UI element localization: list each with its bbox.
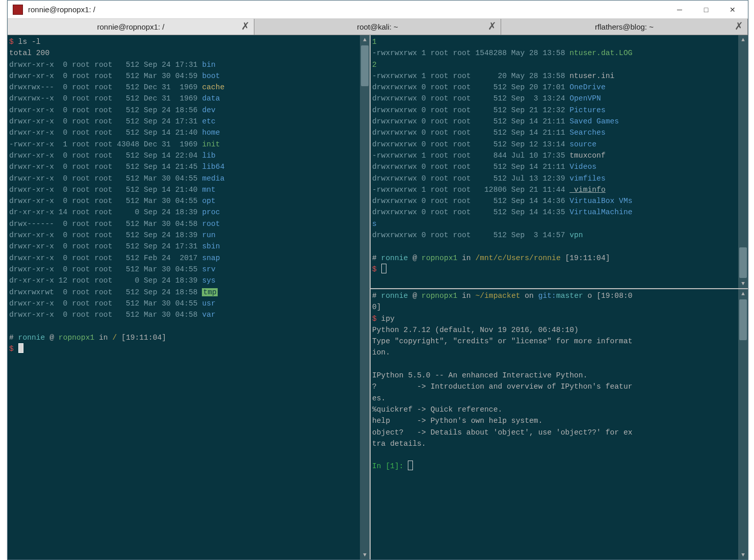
terminal-top[interactable]: 1 -rwxrwxrwx 1 root root 1548288 May 28 … [372, 36, 748, 288]
tab-label: ronnie@ropnopx1: / [97, 22, 165, 31]
tab-2[interactable]: root@kali: ~ ✗ [254, 19, 501, 35]
scroll-down-icon[interactable]: ▼ [738, 279, 748, 288]
scroll-down-icon[interactable]: ▼ [360, 550, 370, 559]
tab-bar: ronnie@ropnopx1: / ✗ root@kali: ~ ✗ rfla… [8, 19, 748, 35]
top-right-pane[interactable]: 1 -rwxrwxrwx 1 root root 1548288 May 28 … [371, 35, 748, 289]
scroll-thumb[interactable] [739, 299, 747, 340]
terminal-bottom[interactable]: # ronnie @ ropnopx1 in ~/impacket on git… [372, 290, 748, 559]
terminal-left[interactable]: $ ls -l total 200 drwxr-xr-x 0 root root… [9, 36, 370, 559]
scroll-thumb[interactable] [739, 247, 747, 278]
tab-3[interactable]: rflathers@blog: ~ ✗ [501, 19, 748, 35]
window-title: ronnie@ropnopx1: / [28, 5, 666, 14]
right-panes: 1 -rwxrwxrwx 1 root root 1548288 May 28 … [370, 35, 748, 559]
tab-1[interactable]: ronnie@ropnopx1: / ✗ [8, 19, 254, 35]
tab-close-icon[interactable]: ✗ [488, 20, 497, 32]
scroll-up-icon[interactable]: ▲ [360, 35, 370, 44]
scrollbar[interactable]: ▲ ▼ [360, 35, 370, 559]
titlebar[interactable]: ronnie@ropnopx1: / ─ □ ✕ [8, 1, 748, 19]
app-icon [13, 5, 23, 15]
scrollbar[interactable]: ▲ ▼ [738, 289, 748, 559]
left-pane[interactable]: $ ls -l total 200 drwxr-xr-x 0 root root… [8, 35, 370, 559]
minimize-button[interactable]: ─ [666, 1, 693, 18]
scroll-thumb[interactable] [361, 45, 369, 86]
maximize-button[interactable]: □ [693, 1, 719, 18]
scroll-up-icon[interactable]: ▲ [738, 35, 748, 44]
panes: $ ls -l total 200 drwxr-xr-x 0 root root… [8, 35, 748, 559]
tab-close-icon[interactable]: ✗ [241, 20, 250, 32]
close-button[interactable]: ✕ [719, 1, 746, 18]
scroll-down-icon[interactable]: ▼ [738, 550, 748, 559]
scrollbar[interactable]: ▲ ▼ [738, 35, 748, 288]
bottom-right-pane[interactable]: # ronnie @ ropnopx1 in ~/impacket on git… [371, 289, 748, 559]
tab-label: root@kali: ~ [357, 22, 398, 31]
tab-close-icon[interactable]: ✗ [735, 20, 743, 32]
scroll-up-icon[interactable]: ▲ [738, 289, 748, 298]
app-window: ronnie@ropnopx1: / ─ □ ✕ ronnie@ropnopx1… [7, 0, 748, 560]
tab-label: rflathers@blog: ~ [595, 22, 654, 31]
